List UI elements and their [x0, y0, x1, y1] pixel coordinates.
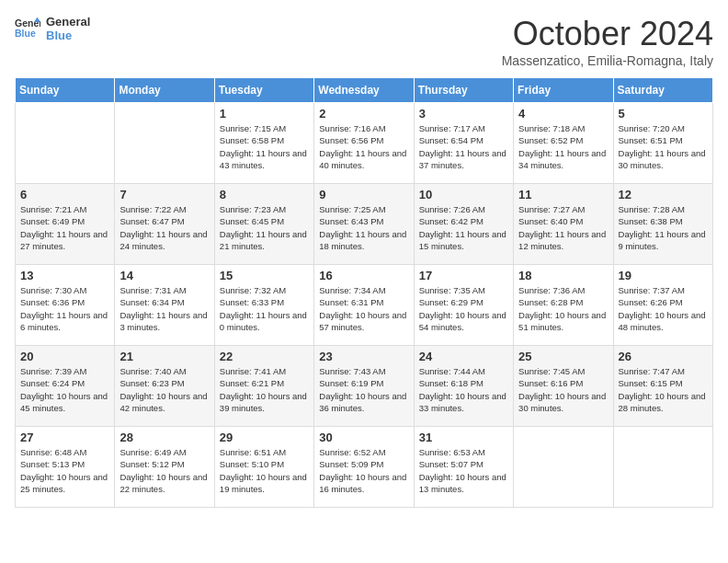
logo-line1: General — [46, 15, 90, 29]
month-year: October 2024 — [502, 15, 713, 53]
day-info: Sunrise: 6:49 AM Sunset: 5:12 PM Dayligh… — [119, 446, 209, 495]
day-info: Sunrise: 7:45 AM Sunset: 6:16 PM Dayligh… — [518, 365, 608, 414]
calendar-cell: 25Sunrise: 7:45 AM Sunset: 6:16 PM Dayli… — [514, 346, 613, 427]
calendar-cell: 2Sunrise: 7:16 AM Sunset: 6:56 PM Daylig… — [314, 103, 414, 184]
day-info: Sunrise: 7:36 AM Sunset: 6:28 PM Dayligh… — [518, 284, 608, 333]
calendar-table: SundayMondayTuesdayWednesdayThursdayFrid… — [15, 77, 713, 508]
day-number: 10 — [419, 188, 508, 201]
calendar-cell: 14Sunrise: 7:31 AM Sunset: 6:34 PM Dayli… — [115, 265, 214, 346]
calendar-cell: 29Sunrise: 6:51 AM Sunset: 5:10 PM Dayli… — [214, 427, 313, 508]
day-number: 12 — [619, 188, 708, 201]
day-number: 15 — [220, 269, 309, 282]
calendar-week-row: 27Sunrise: 6:48 AM Sunset: 5:13 PM Dayli… — [16, 427, 713, 508]
day-info: Sunrise: 6:48 AM Sunset: 5:13 PM Dayligh… — [20, 446, 109, 495]
day-info: Sunrise: 6:51 AM Sunset: 5:10 PM Dayligh… — [220, 446, 309, 495]
calendar-cell: 31Sunrise: 6:53 AM Sunset: 5:07 PM Dayli… — [414, 427, 513, 508]
calendar-cell: 21Sunrise: 7:40 AM Sunset: 6:23 PM Dayli… — [115, 346, 214, 427]
calendar-cell: 30Sunrise: 6:52 AM Sunset: 5:09 PM Dayli… — [314, 427, 414, 508]
day-number: 11 — [518, 188, 608, 201]
day-number: 14 — [119, 269, 209, 282]
day-number: 20 — [20, 350, 109, 363]
calendar-cell: 27Sunrise: 6:48 AM Sunset: 5:13 PM Dayli… — [16, 427, 115, 508]
day-info: Sunrise: 7:20 AM Sunset: 6:51 PM Dayligh… — [619, 122, 708, 171]
day-number: 5 — [619, 107, 708, 121]
day-info: Sunrise: 7:17 AM Sunset: 6:54 PM Dayligh… — [419, 122, 508, 171]
calendar-cell: 3Sunrise: 7:17 AM Sunset: 6:54 PM Daylig… — [414, 103, 513, 184]
day-number: 1 — [220, 107, 309, 121]
calendar-cell: 28Sunrise: 6:49 AM Sunset: 5:12 PM Dayli… — [115, 427, 214, 508]
day-info: Sunrise: 7:47 AM Sunset: 6:15 PM Dayligh… — [619, 365, 708, 414]
day-number: 8 — [220, 188, 309, 201]
day-info: Sunrise: 6:53 AM Sunset: 5:07 PM Dayligh… — [419, 446, 508, 495]
day-info: Sunrise: 7:43 AM Sunset: 6:19 PM Dayligh… — [319, 365, 408, 414]
day-info: Sunrise: 7:31 AM Sunset: 6:34 PM Dayligh… — [119, 284, 209, 333]
day-number: 2 — [319, 107, 408, 121]
calendar-week-row: 20Sunrise: 7:39 AM Sunset: 6:24 PM Dayli… — [16, 346, 713, 427]
weekday-header-cell: Tuesday — [214, 78, 313, 103]
day-number: 16 — [319, 269, 408, 282]
calendar-cell: 23Sunrise: 7:43 AM Sunset: 6:19 PM Dayli… — [314, 346, 414, 427]
calendar-cell: 22Sunrise: 7:41 AM Sunset: 6:21 PM Dayli… — [214, 346, 313, 427]
day-number: 22 — [220, 350, 309, 363]
calendar-cell: 6Sunrise: 7:21 AM Sunset: 6:49 PM Daylig… — [16, 184, 115, 265]
weekday-header-cell: Sunday — [16, 78, 115, 103]
calendar-cell: 1Sunrise: 7:15 AM Sunset: 6:58 PM Daylig… — [214, 103, 313, 184]
day-info: Sunrise: 7:26 AM Sunset: 6:42 PM Dayligh… — [419, 203, 508, 252]
day-info: Sunrise: 7:16 AM Sunset: 6:56 PM Dayligh… — [319, 122, 408, 171]
day-number: 7 — [119, 188, 209, 201]
day-number: 21 — [119, 350, 209, 363]
calendar-cell: 18Sunrise: 7:36 AM Sunset: 6:28 PM Dayli… — [514, 265, 613, 346]
logo-icon: General Blue — [15, 16, 40, 41]
calendar-cell: 19Sunrise: 7:37 AM Sunset: 6:26 PM Dayli… — [613, 265, 712, 346]
logo: General Blue General Blue — [15, 15, 90, 42]
location: Massenzatico, Emilia-Romagna, Italy — [502, 53, 713, 68]
day-info: Sunrise: 7:27 AM Sunset: 6:40 PM Dayligh… — [518, 203, 608, 252]
calendar-cell: 15Sunrise: 7:32 AM Sunset: 6:33 PM Dayli… — [214, 265, 313, 346]
day-number: 13 — [20, 269, 109, 282]
weekday-header-row: SundayMondayTuesdayWednesdayThursdayFrid… — [16, 78, 713, 103]
calendar-cell: 5Sunrise: 7:20 AM Sunset: 6:51 PM Daylig… — [613, 103, 712, 184]
calendar-cell — [16, 103, 115, 184]
weekday-header-cell: Monday — [115, 78, 214, 103]
day-number: 31 — [419, 431, 508, 444]
calendar-cell: 17Sunrise: 7:35 AM Sunset: 6:29 PM Dayli… — [414, 265, 513, 346]
day-info: Sunrise: 6:52 AM Sunset: 5:09 PM Dayligh… — [319, 446, 408, 495]
day-number: 27 — [20, 431, 109, 444]
day-number: 6 — [20, 188, 109, 201]
day-info: Sunrise: 7:15 AM Sunset: 6:58 PM Dayligh… — [220, 122, 309, 171]
calendar-cell: 9Sunrise: 7:25 AM Sunset: 6:43 PM Daylig… — [314, 184, 414, 265]
weekday-header-cell: Friday — [514, 78, 613, 103]
day-number: 17 — [419, 269, 508, 282]
calendar-week-row: 1Sunrise: 7:15 AM Sunset: 6:58 PM Daylig… — [16, 103, 713, 184]
calendar-cell: 13Sunrise: 7:30 AM Sunset: 6:36 PM Dayli… — [16, 265, 115, 346]
calendar-cell — [613, 427, 712, 508]
weekday-header-cell: Saturday — [613, 78, 712, 103]
weekday-header-cell: Wednesday — [314, 78, 414, 103]
day-info: Sunrise: 7:23 AM Sunset: 6:45 PM Dayligh… — [220, 203, 309, 252]
day-number: 23 — [319, 350, 408, 363]
calendar-cell: 8Sunrise: 7:23 AM Sunset: 6:45 PM Daylig… — [214, 184, 313, 265]
day-number: 28 — [119, 431, 209, 444]
day-info: Sunrise: 7:32 AM Sunset: 6:33 PM Dayligh… — [220, 284, 309, 333]
calendar-cell — [514, 427, 613, 508]
calendar-week-row: 13Sunrise: 7:30 AM Sunset: 6:36 PM Dayli… — [16, 265, 713, 346]
calendar-cell: 26Sunrise: 7:47 AM Sunset: 6:15 PM Dayli… — [613, 346, 712, 427]
calendar-cell: 24Sunrise: 7:44 AM Sunset: 6:18 PM Dayli… — [414, 346, 513, 427]
page-header: General Blue General Blue October 2024 M… — [15, 15, 713, 68]
day-info: Sunrise: 7:44 AM Sunset: 6:18 PM Dayligh… — [419, 365, 508, 414]
calendar-cell: 16Sunrise: 7:34 AM Sunset: 6:31 PM Dayli… — [314, 265, 414, 346]
day-info: Sunrise: 7:35 AM Sunset: 6:29 PM Dayligh… — [419, 284, 508, 333]
svg-text:Blue: Blue — [15, 28, 36, 39]
day-number: 26 — [619, 350, 708, 363]
day-number: 3 — [419, 107, 508, 121]
day-info: Sunrise: 7:41 AM Sunset: 6:21 PM Dayligh… — [220, 365, 309, 414]
day-number: 4 — [518, 107, 608, 121]
calendar-cell: 20Sunrise: 7:39 AM Sunset: 6:24 PM Dayli… — [16, 346, 115, 427]
calendar-cell: 10Sunrise: 7:26 AM Sunset: 6:42 PM Dayli… — [414, 184, 513, 265]
day-number: 30 — [319, 431, 408, 444]
day-info: Sunrise: 7:40 AM Sunset: 6:23 PM Dayligh… — [119, 365, 209, 414]
calendar-week-row: 6Sunrise: 7:21 AM Sunset: 6:49 PM Daylig… — [16, 184, 713, 265]
day-number: 25 — [518, 350, 608, 363]
calendar-cell: 11Sunrise: 7:27 AM Sunset: 6:40 PM Dayli… — [514, 184, 613, 265]
day-info: Sunrise: 7:25 AM Sunset: 6:43 PM Dayligh… — [319, 203, 408, 252]
